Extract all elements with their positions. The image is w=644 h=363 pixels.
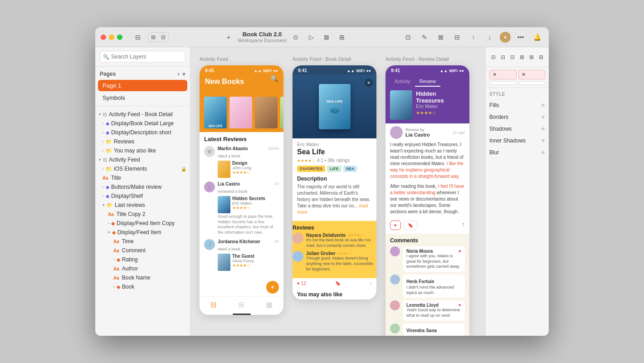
sidebar-divider: [95, 106, 190, 106]
heart-action-btn[interactable]: ♥ 12: [297, 281, 306, 286]
phone3-book-info: Hidden Treasures Eric Mateo ★★★★☆: [416, 90, 465, 120]
fills-add-btn[interactable]: +: [541, 101, 545, 109]
tab-activity[interactable]: Activity: [390, 77, 415, 87]
symbols-item[interactable]: Symbols: [98, 92, 187, 103]
grid-view-btn[interactable]: ⊞: [148, 33, 158, 42]
copy-btn[interactable]: ⊟: [451, 31, 463, 44]
review-bookmark-btn[interactable]: 🔖: [404, 221, 417, 230]
nav-grid-icon[interactable]: ⊞: [238, 300, 244, 309]
blur-item[interactable]: Blur +: [489, 147, 545, 158]
inner-shadows-add-btn[interactable]: +: [541, 137, 545, 145]
distribute-h-btn[interactable]: ⊠: [517, 52, 527, 62]
phone3-body: Review by Lia Castro 1h ago I really enj…: [385, 123, 469, 234]
borders-item[interactable]: Borders +: [489, 111, 545, 123]
preview-btn[interactable]: ▷: [305, 31, 317, 44]
search-input[interactable]: [100, 51, 185, 63]
layer-title[interactable]: Aa Title: [95, 173, 190, 182]
avatar-btn[interactable]: ●: [500, 32, 511, 43]
w-input[interactable]: [489, 81, 517, 85]
notifications-btn[interactable]: 🔔: [531, 31, 543, 44]
book-author-2: Eric Mateo: [232, 201, 279, 206]
bookmark-action-btn[interactable]: 🔖: [335, 281, 341, 286]
search-btn-phone1[interactable]: 🔍: [270, 75, 278, 82]
edit-btn[interactable]: ✎: [418, 31, 431, 44]
list-view-btn[interactable]: ⊟: [158, 33, 168, 42]
h-input[interactable]: [518, 81, 546, 85]
layer-time[interactable]: Aa Time: [95, 237, 190, 246]
minimize-button[interactable]: [109, 34, 114, 40]
maximize-button[interactable]: [117, 34, 122, 40]
layer-feed-item[interactable]: ▾ ◆ Display/Feed Item: [95, 228, 190, 237]
pages-collapse-btn[interactable]: ▾: [182, 70, 185, 78]
chevron-right-icon: ›: [102, 148, 104, 153]
layer-title-copy2[interactable]: Aa Title Copy 2: [95, 210, 190, 219]
toolbar-right: ⊡ ✎ ⊠ ⊟ ↑ ↓ ● ••• 🔔: [402, 31, 543, 44]
nav-chart-icon[interactable]: ▦: [266, 300, 273, 309]
comment-bubble-4: Virendra Sana: [403, 324, 465, 336]
title-info: Book Club 2.0 Workspace Document: [238, 31, 287, 43]
zoom-btn[interactable]: ⊠: [320, 31, 333, 44]
layer-buttons-make-review[interactable]: › ◆ Buttons/Make review: [95, 182, 190, 191]
more-layout-btn[interactable]: ⊞: [537, 52, 546, 62]
nav-home-icon[interactable]: ⊟: [210, 300, 216, 309]
comment-item-1: Núria Moura ♥ I agree with you. Mateo is…: [390, 246, 465, 272]
back-btn[interactable]: ↓: [483, 31, 496, 44]
read-more-btn[interactable]: read more: [297, 203, 368, 215]
layer-author[interactable]: Aa Author: [95, 264, 190, 273]
layer-rating[interactable]: › ◆ Rating: [95, 255, 190, 264]
layer-reviews[interactable]: › 📁 Reviews: [95, 137, 190, 146]
page-1-item[interactable]: Page 1: [98, 80, 187, 91]
phone2-rating: 4.1 • 38k ratings: [317, 158, 350, 163]
share-btn[interactable]: ⊙: [289, 31, 302, 44]
review-heart-btn[interactable]: ♥: [390, 221, 401, 230]
shadows-item[interactable]: Shadows +: [489, 123, 545, 135]
shadows-add-btn[interactable]: +: [541, 125, 545, 133]
align-center-btn[interactable]: ⊟: [498, 52, 507, 62]
align-left-btn[interactable]: ⊟: [488, 52, 498, 62]
layer-group-activity-feed[interactable]: ▾ ⊟ Activity Feed: [95, 155, 190, 164]
x-input[interactable]: ✕: [489, 70, 517, 79]
close-detail-btn[interactable]: ✕: [365, 78, 373, 87]
share-action-btn[interactable]: ↑: [370, 281, 372, 286]
distribute-v-btn[interactable]: ⊠: [527, 52, 537, 62]
layer-you-may[interactable]: › 📁 You may also like: [95, 146, 190, 155]
diamond-icon: ◆: [106, 184, 109, 190]
layer-book-name[interactable]: Aa Book Name: [95, 273, 190, 282]
inner-shadows-item[interactable]: Inner Shadows +: [489, 135, 545, 147]
close-button[interactable]: [101, 34, 106, 40]
reviewer-julian: Julian Gruber: [306, 251, 336, 256]
fab-button[interactable]: +: [266, 281, 279, 294]
commenter-2: Henk Fortuin: [406, 279, 434, 284]
phone2-book-cover: SEA LIFE: [319, 84, 351, 129]
add-btn[interactable]: +: [222, 31, 235, 44]
fills-item[interactable]: Fills +: [489, 99, 545, 111]
forward-btn[interactable]: ↑: [467, 31, 480, 44]
review-row-1: Nayara Delafuente ★★★★☆ It's not the bes…: [293, 233, 376, 248]
group-btn[interactable]: ⊡: [402, 31, 415, 44]
avatar-leonetta: [390, 300, 400, 310]
more-btn[interactable]: •••: [514, 31, 527, 44]
align-right-btn[interactable]: ⊟: [507, 52, 517, 62]
add-page-btn[interactable]: +: [177, 70, 181, 78]
canvas[interactable]: Activity Feed 9:41 ▲▲WiFi●● New Books 🔍: [190, 47, 485, 336]
arrange-btn[interactable]: ⊞: [336, 31, 348, 44]
review-share-btn[interactable]: ↑: [462, 221, 465, 230]
borders-add-btn[interactable]: +: [541, 113, 545, 121]
layer-book[interactable]: › ◆ Book: [95, 282, 190, 291]
layer-display-shelf[interactable]: › ◆ Display/Shelf: [95, 191, 190, 201]
layer-feed-item-copy[interactable]: › ◆ Display/Feed Item Copy: [95, 219, 190, 228]
layer-display-book-detail-large[interactable]: › ◆ Display/Book Detail Large: [95, 119, 190, 128]
layer-last-reviews[interactable]: ▾ 📁 Last reviews: [95, 201, 190, 210]
phone1-header: New Books 🔍: [200, 75, 283, 93]
layer-name: Activity Feed: [109, 157, 140, 163]
layer-group-book-detail[interactable]: ▾ ⊟ Activity Feed - Book Detail: [95, 110, 190, 119]
y-input[interactable]: ✕: [518, 70, 546, 79]
canvas-view-btn[interactable]: ⊟: [132, 31, 144, 44]
phone3-author: Eric Mateo: [416, 104, 465, 109]
layer-ios-elements[interactable]: › 📁 iOS Elements 🔒: [95, 164, 190, 173]
transform-btn[interactable]: ⊠: [434, 31, 447, 44]
layer-comment[interactable]: Aa Comment: [95, 246, 190, 255]
blur-add-btn[interactable]: +: [541, 148, 545, 157]
tab-review[interactable]: Review: [415, 77, 440, 87]
layer-display-description[interactable]: › ◆ Display/Description short: [95, 128, 190, 137]
